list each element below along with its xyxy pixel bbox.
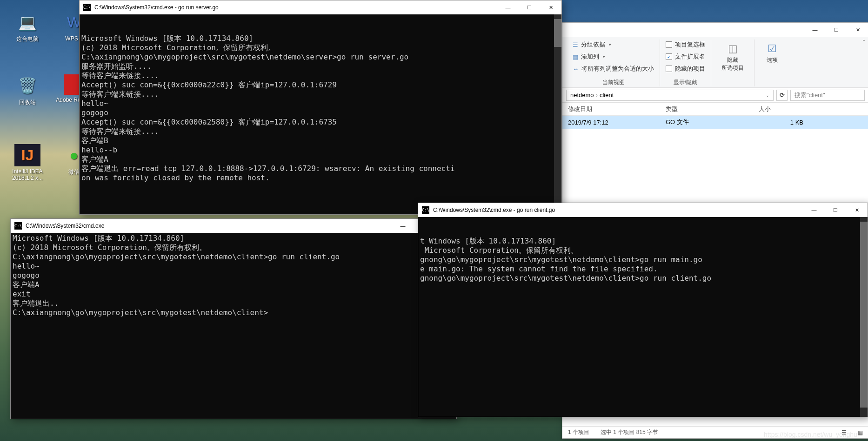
- explorer-titlebar[interactable]: — ☐ ✕: [562, 23, 868, 37]
- terminal-line: Microsoft Windows [版本 10.0.17134.860]: [81, 34, 560, 43]
- explorer-address-bar: netdemo›client ⌄ ⟳ 搜索"client": [562, 88, 868, 103]
- terminal-line: Microsoft Windows [版本 10.0.17134.860]: [13, 234, 454, 243]
- ribbon-group-label: 显示/隐藏: [666, 76, 705, 86]
- close-button[interactable]: ✕: [540, 0, 561, 14]
- desktop-icon-recycle[interactable]: 🗑️回收站: [8, 74, 47, 106]
- ribbon-group-by[interactable]: ☰分组依据▾: [573, 39, 654, 50]
- terminal-line: exit: [13, 290, 454, 299]
- ribbon-group-label: 当前视图: [573, 76, 654, 86]
- terminal-line: 客户端退出..: [13, 299, 454, 308]
- terminal-line: 客户端A: [81, 155, 560, 164]
- search-input[interactable]: 搜索"client": [790, 90, 865, 101]
- ribbon-options[interactable]: ☑选项: [760, 39, 784, 66]
- desktop-icon-intellij[interactable]: IJIntelliJ IDEA 2018.1.2 x...: [8, 144, 47, 181]
- terminal-line: hello~: [81, 99, 560, 108]
- terminal-line: C:\axiangnong\go\mygoproject\src\mygotes…: [81, 53, 560, 62]
- terminal-line: t Windows [版本 10.0.17134.860]: [420, 237, 866, 246]
- terminal-line: gogogo: [13, 271, 454, 280]
- ribbon-collapse-icon[interactable]: ˆ: [863, 39, 865, 46]
- terminal-line: on was forcibly closed by the remote hos…: [81, 173, 560, 183]
- terminal-line: hello--b: [81, 145, 560, 155]
- ribbon-add-col[interactable]: ▦添加列▾: [573, 52, 654, 62]
- minimize-button[interactable]: —: [497, 0, 519, 14]
- minimize-button[interactable]: —: [803, 203, 825, 217]
- breadcrumb[interactable]: netdemo›client ⌄: [566, 90, 774, 101]
- file-row[interactable]: 2019/7/9 17:12 GO 文件 1 KB: [562, 116, 868, 129]
- terminal-line: (c) 2018 Microsoft Corporation。保留所有权利。: [13, 243, 454, 252]
- cmd-window-client-a: C:\ C:\Windows\System32\cmd.exe — ☐ ✕ Mi…: [10, 218, 457, 419]
- terminal-line: 等待客户端来链接....: [81, 127, 560, 136]
- cmd-icon: C:\: [422, 206, 429, 214]
- cmd-output[interactable]: Microsoft Windows [版本 10.0.17134.860](c)…: [11, 233, 456, 419]
- terminal-line: gogogo: [81, 108, 560, 118]
- maximize-button[interactable]: ☐: [519, 0, 540, 14]
- terminal-line: Accept() suc con=&{{0xc0000a22c0}} 客户端ip…: [81, 80, 560, 90]
- terminal-line: Accept() suc con=&{{0xc0000a2580}} 客户端ip…: [81, 118, 560, 127]
- terminal-line: hello~: [13, 262, 454, 271]
- scrollbar[interactable]: [554, 14, 561, 214]
- minimize-button[interactable]: —: [392, 219, 414, 233]
- close-button[interactable]: ✕: [847, 23, 868, 37]
- checkbox-item-checkbox[interactable]: [666, 41, 672, 48]
- watermark: https://blog.csdn.net/wu_yonghui: [764, 431, 859, 438]
- cmd-titlebar[interactable]: C:\ C:\Windows\System32\cmd.exe - go run…: [80, 0, 561, 14]
- cmd-title: C:\Windows\System32\cmd.exe: [26, 223, 392, 229]
- terminal-line: C:\axiangnong\go\mygoproject\src\mygotes…: [13, 308, 454, 317]
- cmd-title: C:\Windows\System32\cmd.exe - go run cli…: [433, 207, 803, 213]
- file-list-headers[interactable]: 修改日期 类型 大小: [562, 103, 868, 116]
- terminal-line: 等待客户端来链接....: [81, 90, 560, 99]
- checkbox-file-ext[interactable]: ✓: [666, 53, 672, 60]
- cmd-icon: C:\: [83, 4, 91, 11]
- terminal-line: (c) 2018 Microsoft Corporation。保留所有权利。: [81, 43, 560, 53]
- ribbon-fit-cols[interactable]: ↔将所有列调整为合适的大小: [573, 64, 654, 74]
- terminal-line: 客户端退出 err=read tcp 127.0.0.1:8888->127.0…: [81, 164, 560, 173]
- cmd-window-server: C:\ C:\Windows\System32\cmd.exe - go run…: [79, 0, 562, 215]
- terminal-line: e main.go: The system cannot find the fi…: [420, 264, 866, 274]
- ribbon-hide-selected[interactable]: ◫隐藏 所选项目: [717, 39, 748, 74]
- terminal-line: gnong\go\mygoproject\src\mygotest\netdem…: [420, 255, 866, 264]
- terminal-line: gnong\go\mygoproject\src\mygotest\netdem…: [420, 274, 866, 283]
- maximize-button[interactable]: ☐: [825, 203, 846, 217]
- refresh-button[interactable]: ⟳: [776, 90, 788, 101]
- cmd-icon: C:\: [14, 222, 22, 230]
- cmd-titlebar[interactable]: C:\ C:\Windows\System32\cmd.exe — ☐ ✕: [11, 219, 456, 233]
- terminal-line: C:\axiangnong\go\mygoproject\src\mygotes…: [13, 252, 454, 262]
- close-button[interactable]: ✕: [846, 203, 868, 217]
- terminal-line: 服务器开始监听....: [81, 62, 560, 71]
- cmd-window-client-b: C:\ C:\Windows\System32\cmd.exe - go run…: [418, 203, 868, 417]
- cmd-output[interactable]: Microsoft Windows [版本 10.0.17134.860](c)…: [80, 14, 561, 214]
- cmd-title: C:\Windows\System32\cmd.exe - go run ser…: [94, 4, 497, 11]
- terminal-line: 等待客户端来链接....: [81, 71, 560, 80]
- cmd-titlebar[interactable]: C:\ C:\Windows\System32\cmd.exe - go run…: [418, 203, 868, 217]
- cmd-output[interactable]: t Windows [版本 10.0.17134.860] Microsoft …: [418, 217, 868, 417]
- terminal-line: 客户端B: [81, 136, 560, 145]
- explorer-ribbon: ☰分组依据▾ ▦添加列▾ ↔将所有列调整为合适的大小 当前视图 项目复选框 ✓文…: [562, 37, 868, 88]
- desktop-icon-thispc[interactable]: 💻这台电脑: [8, 11, 47, 43]
- terminal-line: Microsoft Corporation。保留所有权利。: [420, 246, 866, 255]
- scrollbar[interactable]: [860, 217, 868, 417]
- maximize-button[interactable]: ☐: [826, 23, 847, 37]
- minimize-button[interactable]: —: [804, 23, 826, 37]
- checkbox-hidden[interactable]: [666, 66, 672, 72]
- terminal-line: 客户端A: [13, 280, 454, 290]
